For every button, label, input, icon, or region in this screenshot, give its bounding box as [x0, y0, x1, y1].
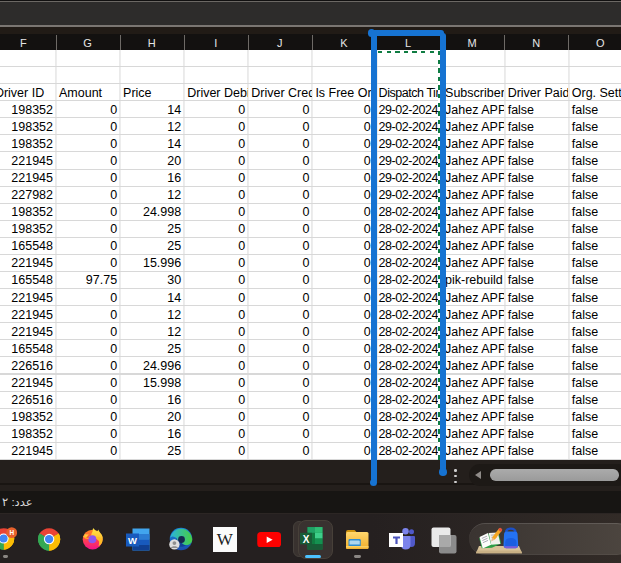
- svg-text:X: X: [303, 534, 310, 545]
- svg-text:W: W: [128, 534, 137, 545]
- svg-text:H: H: [9, 529, 14, 536]
